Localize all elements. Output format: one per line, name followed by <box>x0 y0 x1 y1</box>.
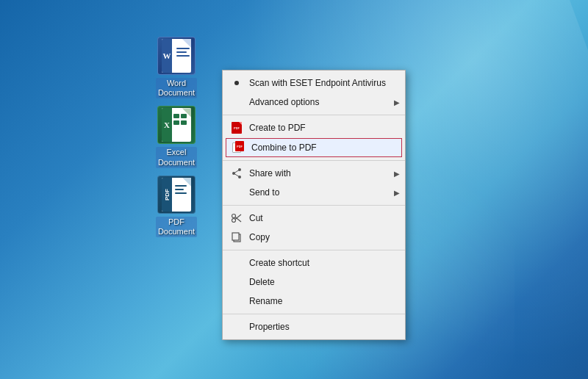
separator-2 <box>223 160 405 161</box>
pdf-text-mini: PDF <box>234 126 240 130</box>
combine-pdf-label-mini: PDF <box>237 145 243 148</box>
separator-4 <box>223 250 405 250</box>
menu-item-copy[interactable]: Copy <box>223 228 405 247</box>
svg-line-7 <box>235 214 241 220</box>
pdf-stripe: PDF <box>162 178 172 212</box>
word-label-line2: Document <box>158 88 195 98</box>
share-with-label: Share with <box>249 168 393 178</box>
copy-label: Copy <box>249 232 401 242</box>
word-document-icon[interactable]: W Word Document <box>147 37 206 98</box>
excel-row <box>173 120 191 125</box>
excel-stripe: X <box>162 108 172 142</box>
share-svg <box>231 167 243 179</box>
desktop-icons: W Word Document X <box>147 37 206 237</box>
arrow-right-icon: ▶ <box>393 98 401 106</box>
menu-item-advanced-options[interactable]: Advanced options ▶ <box>223 93 405 112</box>
cell <box>181 120 187 125</box>
menu-item-cut[interactable]: Cut <box>223 209 405 228</box>
advanced-options-icon <box>230 95 243 109</box>
svg-rect-10 <box>232 233 239 240</box>
rename-label: Rename <box>249 296 401 306</box>
menu-item-rename[interactable]: Rename <box>223 292 405 311</box>
pdf-icon-image: PDF <box>157 176 196 214</box>
pdf-stripe-text: PDF <box>164 189 171 201</box>
pdf-line <box>175 189 184 190</box>
svg-line-3 <box>234 170 240 173</box>
share-with-icon <box>230 167 243 180</box>
menu-item-scan-eset[interactable]: Scan with ESET Endpoint Antivirus <box>223 73 405 93</box>
pdf-label-line2: Document <box>158 227 195 237</box>
doc-line <box>176 48 190 49</box>
bullet-icon <box>230 76 243 90</box>
arrow-right-icon-3: ▶ <box>393 189 401 196</box>
menu-item-create-shortcut[interactable]: Create shortcut <box>223 253 405 272</box>
excel-label-line2: Document <box>158 158 195 167</box>
pdf-icon-label: PDF Document <box>156 217 197 237</box>
delete-icon <box>230 275 243 289</box>
excel-grid <box>173 114 191 125</box>
doc-line <box>176 55 190 57</box>
desktop: W Word Document X <box>0 0 588 379</box>
cell <box>181 114 187 118</box>
separator-1 <box>223 115 405 115</box>
cut-label: Cut <box>249 213 401 223</box>
context-menu: Scan with ESET Endpoint Antivirus Advanc… <box>222 70 406 340</box>
create-shortcut-icon <box>230 256 243 270</box>
svg-point-6 <box>232 214 236 218</box>
pdf-corner <box>239 122 242 125</box>
excel-label-line1: Excel <box>158 148 195 157</box>
excel-doc-shape: X <box>162 108 191 142</box>
copy-icon <box>230 231 243 244</box>
excel-row <box>173 114 191 118</box>
pdf-doc-shape: PDF <box>162 178 191 212</box>
word-letter: W <box>163 51 171 60</box>
menu-item-create-pdf[interactable]: PDF Create to PDF <box>223 118 405 137</box>
send-to-label: Send to <box>249 187 393 198</box>
pdf-document-icon[interactable]: PDF PDF Document <box>147 176 206 237</box>
excel-icon-label: Excel Document <box>156 147 197 167</box>
pdf-line <box>175 185 187 187</box>
menu-item-share-with[interactable]: Share with ▶ <box>223 164 405 183</box>
pdf-label-line1: PDF <box>158 217 195 227</box>
combine-pdf-icon: PDF <box>232 141 245 154</box>
separator-5 <box>223 314 405 314</box>
delete-label: Delete <box>249 277 401 287</box>
copy-svg <box>231 231 243 243</box>
word-doc-shape: W <box>162 39 191 73</box>
create-pdf-label: Create to PDF <box>249 123 401 133</box>
scan-eset-label: Scan with ESET Endpoint Antivirus <box>249 78 401 88</box>
menu-item-delete[interactable]: Delete <box>223 272 405 292</box>
svg-point-5 <box>232 219 236 223</box>
excel-document-icon[interactable]: X Excel Document <box>147 106 206 167</box>
menu-item-combine-pdf[interactable]: PDF Combine to PDF <box>226 138 402 157</box>
pdf-line <box>175 192 187 194</box>
cut-icon <box>230 212 243 225</box>
radio-dot <box>234 81 239 85</box>
separator-3 <box>223 205 405 206</box>
properties-label: Properties <box>249 322 401 332</box>
cell <box>173 114 179 118</box>
cell <box>173 120 179 125</box>
doc-line <box>176 51 187 53</box>
arrow-right-icon-2: ▶ <box>393 170 401 177</box>
menu-item-properties[interactable]: Properties <box>223 317 405 336</box>
word-icon-image: W <box>157 37 196 75</box>
menu-item-send-to[interactable]: Send to ▶ <box>223 183 405 202</box>
create-pdf-icon: PDF <box>230 121 243 134</box>
properties-icon <box>230 320 243 333</box>
rename-icon <box>230 295 243 308</box>
word-doc-lines <box>173 45 191 59</box>
word-stripe: W <box>162 39 172 73</box>
pdf-lines <box>175 185 191 194</box>
combine-pdf-label: Combine to PDF <box>251 142 397 153</box>
word-icon-label: Word Document <box>156 78 197 98</box>
svg-line-4 <box>234 173 240 177</box>
excel-icon-image: X <box>157 106 196 144</box>
create-shortcut-label: Create shortcut <box>249 258 401 268</box>
word-label-line1: Word <box>158 79 195 88</box>
svg-line-8 <box>235 217 241 223</box>
combine-pdf-icon-inner: PDF <box>232 141 245 154</box>
combine-front-doc: PDF <box>235 141 244 151</box>
advanced-options-label: Advanced options <box>249 97 393 107</box>
send-to-icon <box>230 186 243 199</box>
